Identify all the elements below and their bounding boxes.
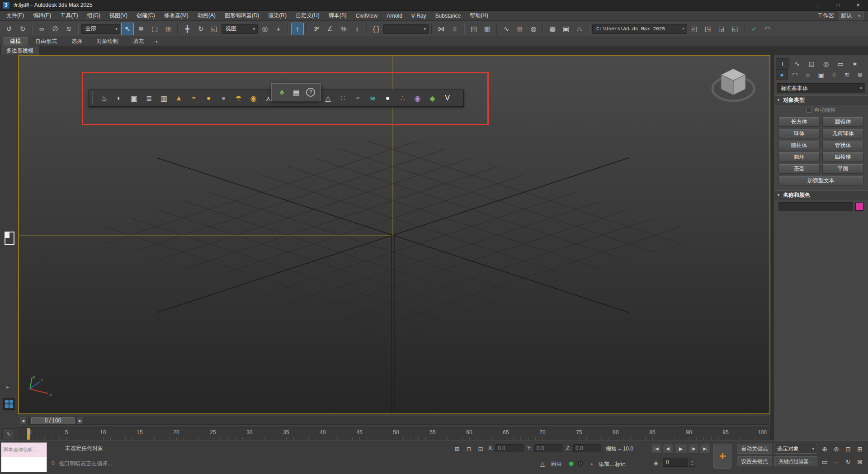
- spinner-up-icon[interactable]: ▴: [691, 459, 693, 462]
- primitive-button[interactable]: 四棱锥: [822, 152, 863, 162]
- scene-explorer-toggle[interactable]: ▤: [467, 23, 480, 35]
- workspace-send-c-button[interactable]: ◲: [715, 23, 728, 35]
- menu-item[interactable]: Arnold: [382, 11, 407, 20]
- help-icon[interactable]: ?: [306, 88, 315, 97]
- primitive-button[interactable]: 长方体: [778, 117, 820, 127]
- menu-item[interactable]: 动画(A): [193, 11, 220, 20]
- material-editor-button[interactable]: ◍: [527, 23, 540, 35]
- transform-gizmo-toggle-icon[interactable]: ⊞: [452, 444, 462, 453]
- display-tab-icon[interactable]: ▭: [834, 58, 847, 69]
- redo-button[interactable]: ↻: [16, 23, 29, 35]
- menu-item[interactable]: V-Ray: [407, 11, 431, 20]
- mirror-button[interactable]: ⋈: [435, 23, 448, 35]
- motion-tab-icon[interactable]: ◎: [819, 58, 833, 69]
- ribbon-tab[interactable]: 对象绘制: [90, 37, 126, 46]
- layout-expand-arrow-icon[interactable]: ▸: [4, 383, 12, 391]
- menu-item[interactable]: 修改器(M): [160, 11, 193, 20]
- menu-item[interactable]: 文件(F): [2, 11, 28, 20]
- spacewarps-category-icon[interactable]: ≋: [841, 69, 853, 80]
- time-slider-handle[interactable]: 0 / 100: [31, 417, 75, 424]
- go-to-start-button[interactable]: |◀: [651, 444, 662, 454]
- current-frame-field[interactable]: 0: [663, 458, 688, 467]
- menu-item[interactable]: 视图(V): [105, 11, 132, 20]
- set-keys-key-button[interactable]: +: [713, 444, 731, 469]
- menu-item[interactable]: 图形编辑器(D): [220, 11, 264, 20]
- menu-item[interactable]: 渲染(R): [264, 11, 291, 20]
- effects-icon[interactable]: ≋: [366, 91, 379, 105]
- enable-status-dot[interactable]: [569, 461, 574, 466]
- auto-key-button[interactable]: 自动关键点: [737, 444, 772, 454]
- camera-icon[interactable]: ▥: [157, 91, 170, 105]
- select-and-manipulate-button[interactable]: +: [272, 23, 285, 35]
- ribbon-tab[interactable]: 选择: [64, 37, 90, 46]
- hierarchy-tab-icon[interactable]: ▤: [805, 58, 818, 69]
- lamp-icon[interactable]: ◉: [247, 91, 260, 105]
- zoom-region-icon[interactable]: ▭: [819, 456, 830, 467]
- select-and-scale-button[interactable]: ◱: [208, 23, 221, 35]
- select-by-name-button[interactable]: ≣: [135, 23, 147, 35]
- sphere-swirl-icon[interactable]: ◐: [113, 91, 126, 105]
- workspace-send-a-button[interactable]: ◰: [688, 23, 701, 35]
- pan-icon[interactable]: ⇔: [831, 456, 842, 467]
- viewcube[interactable]: [708, 61, 760, 108]
- undo-button[interactable]: ↺: [3, 23, 15, 35]
- percent-snap-button[interactable]: %: [337, 23, 350, 35]
- menu-item[interactable]: Substance: [431, 11, 466, 20]
- menu-item[interactable]: 组(G): [83, 11, 105, 20]
- viewport-layout-grid-icon[interactable]: [3, 398, 15, 410]
- z-coord-field[interactable]: [573, 444, 601, 452]
- modify-tab-icon[interactable]: ∿: [790, 58, 804, 69]
- spinner-down-icon[interactable]: ▾: [691, 463, 693, 466]
- maximize-button[interactable]: □: [828, 0, 848, 10]
- utilities-tab-icon[interactable]: ∗: [848, 58, 862, 69]
- primitive-button[interactable]: 管状体: [822, 141, 863, 150]
- enable-count-badge[interactable]: 0: [577, 460, 584, 467]
- teapot-icon[interactable]: ♨: [98, 91, 111, 105]
- primitive-button[interactable]: 几何球体: [822, 129, 863, 138]
- paint-icon[interactable]: ◆: [426, 91, 439, 105]
- helpers-category-icon[interactable]: ⊹: [828, 69, 840, 80]
- primitive-button[interactable]: 圆环: [778, 152, 820, 162]
- sphere-white-icon[interactable]: ●: [381, 91, 394, 105]
- select-and-move-button[interactable]: ╋: [181, 23, 193, 35]
- eye-icon[interactable]: ◉: [411, 91, 424, 105]
- select-object-button[interactable]: ↖: [121, 23, 134, 35]
- color-dots-icon[interactable]: ∴: [396, 91, 409, 105]
- selection-region-button[interactable]: ▢: [148, 23, 161, 35]
- key-filter-selected-dropdown[interactable]: 选定对象 ▾: [774, 444, 817, 454]
- close-button[interactable]: ✕: [848, 0, 868, 10]
- menu-item[interactable]: 编辑(E): [28, 11, 56, 20]
- menu-item[interactable]: 帮助(H): [465, 11, 493, 20]
- named-sets-dropdown[interactable]: ▾: [383, 24, 429, 34]
- snap-toggle-button[interactable]: 3²: [310, 23, 323, 35]
- rendered-frame-window-button[interactable]: ▣: [560, 23, 572, 35]
- lights-category-icon[interactable]: ☼: [802, 69, 814, 80]
- menu-item[interactable]: 工具(T): [56, 11, 82, 20]
- primitive-button[interactable]: 茶壶: [778, 164, 820, 174]
- geometry-category-icon[interactable]: ●: [776, 69, 788, 80]
- name-color-rollout-header[interactable]: ▼ 名称和颜色: [774, 190, 868, 199]
- minimize-button[interactable]: –: [808, 0, 828, 10]
- list-icon[interactable]: ≣: [142, 91, 156, 105]
- create-tab-icon[interactable]: +: [776, 58, 789, 69]
- mountain-icon[interactable]: △: [321, 91, 335, 105]
- container-icon[interactable]: ▣: [127, 91, 141, 105]
- track-bar-ruler[interactable]: 0510152025303540455055606570758085909510…: [18, 427, 770, 441]
- workspace-send-b-button[interactable]: ◳: [702, 23, 714, 35]
- perspective-viewport[interactable]: ♨◐▣≣▥▲◓●●☂◉⋏∴ψ∇△∷≈≋●∴◉◆V ♣▤? x y z: [18, 55, 770, 414]
- primitive-button[interactable]: 球体: [778, 129, 820, 138]
- keyboard-override-toggle[interactable]: ↑: [291, 23, 304, 35]
- menu-item[interactable]: CivilView: [351, 11, 382, 20]
- selection-filter-dropdown[interactable]: 全部 ▾: [81, 24, 120, 34]
- curve-editor-button[interactable]: ∿: [500, 23, 513, 35]
- edit-named-sets-button[interactable]: { }: [370, 23, 382, 35]
- systems-category-icon[interactable]: ⊛: [854, 69, 866, 80]
- project-folder-dropdown[interactable]: C:\Users\Ad…ds Max 2025 ▾: [592, 24, 687, 34]
- app-logo-icon[interactable]: 3: [3, 2, 9, 9]
- scene-validity-check-button[interactable]: ✓: [748, 23, 760, 35]
- bind-to-spacewarp-button[interactable]: ≋: [62, 23, 75, 35]
- umbrella-light-icon[interactable]: ☂: [232, 91, 245, 105]
- ribbon-tab[interactable]: 自由形式: [28, 37, 64, 46]
- sphere-dim-icon[interactable]: ●: [217, 91, 230, 105]
- maxscript-mini-listener[interactable]: 脚本迷你侦听...: [1, 442, 47, 472]
